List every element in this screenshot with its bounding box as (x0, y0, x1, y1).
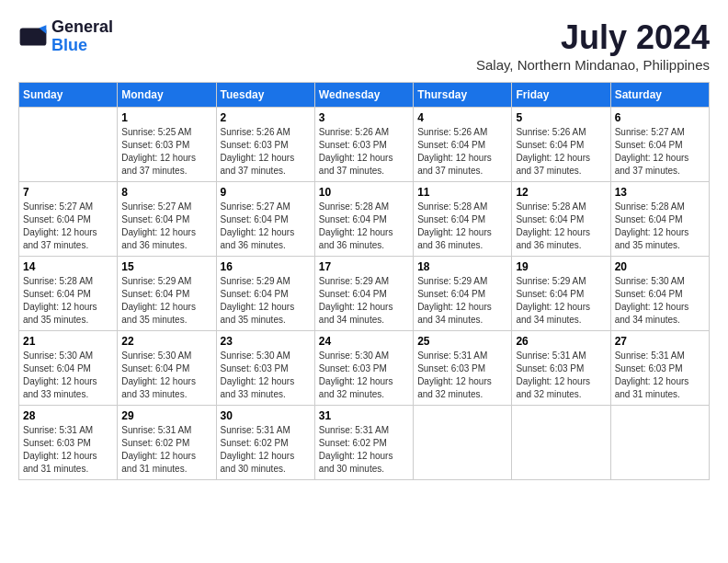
day-info: Sunrise: 5:31 AM Sunset: 6:03 PM Dayligh… (516, 350, 606, 401)
calendar-cell (512, 406, 610, 480)
header-monday: Monday (118, 83, 216, 108)
day-info: Sunrise: 5:25 AM Sunset: 6:03 PM Dayligh… (121, 126, 211, 178)
calendar-cell: 29Sunrise: 5:31 AM Sunset: 6:02 PM Dayli… (118, 406, 216, 480)
day-info: Sunrise: 5:30 AM Sunset: 6:04 PM Dayligh… (615, 275, 705, 327)
day-info: Sunrise: 5:31 AM Sunset: 6:03 PM Dayligh… (23, 424, 113, 476)
calendar-cell: 30Sunrise: 5:31 AM Sunset: 6:02 PM Dayli… (216, 406, 314, 480)
day-info: Sunrise: 5:26 AM Sunset: 6:04 PM Dayligh… (417, 126, 507, 178)
calendar-cell (610, 406, 709, 480)
day-number: 18 (417, 260, 507, 273)
page-header: General Blue July 2024 Salay, Northern M… (18, 18, 710, 73)
logo-text: General Blue (51, 18, 113, 55)
day-number: 17 (319, 260, 409, 273)
day-number: 21 (23, 335, 113, 348)
header-saturday: Saturday (610, 83, 709, 108)
calendar-cell: 22Sunrise: 5:30 AM Sunset: 6:04 PM Dayli… (118, 331, 216, 406)
calendar-cell: 13Sunrise: 5:28 AM Sunset: 6:04 PM Dayli… (610, 182, 709, 257)
logo-line2: Blue (51, 37, 113, 55)
logo-line1: General (51, 18, 113, 37)
day-info: Sunrise: 5:27 AM Sunset: 6:04 PM Dayligh… (221, 201, 311, 252)
day-info: Sunrise: 5:31 AM Sunset: 6:02 PM Dayligh… (319, 424, 409, 476)
day-number: 25 (417, 335, 507, 348)
day-number: 1 (121, 111, 211, 124)
week-row-1: 1Sunrise: 5:25 AM Sunset: 6:03 PM Daylig… (19, 108, 710, 182)
day-number: 22 (121, 335, 211, 348)
calendar-header-row: SundayMondayTuesdayWednesdayThursdayFrid… (19, 83, 710, 108)
day-info: Sunrise: 5:30 AM Sunset: 6:04 PM Dayligh… (121, 350, 211, 401)
header-tuesday: Tuesday (216, 83, 314, 108)
calendar-cell: 3Sunrise: 5:26 AM Sunset: 6:03 PM Daylig… (314, 108, 413, 182)
calendar-subtitle: Salay, Northern Mindanao, Philippines (476, 57, 710, 73)
calendar-cell (414, 406, 512, 480)
calendar-cell: 4Sunrise: 5:26 AM Sunset: 6:04 PM Daylig… (414, 108, 512, 182)
calendar-cell (19, 108, 118, 182)
calendar-cell: 20Sunrise: 5:30 AM Sunset: 6:04 PM Dayli… (610, 257, 709, 331)
calendar-cell: 7Sunrise: 5:27 AM Sunset: 6:04 PM Daylig… (19, 182, 118, 257)
week-row-2: 7Sunrise: 5:27 AM Sunset: 6:04 PM Daylig… (19, 182, 710, 257)
calendar-cell: 8Sunrise: 5:27 AM Sunset: 6:04 PM Daylig… (118, 182, 216, 257)
day-number: 15 (121, 260, 211, 273)
day-number: 11 (417, 186, 507, 199)
day-info: Sunrise: 5:28 AM Sunset: 6:04 PM Dayligh… (319, 201, 409, 252)
week-row-4: 21Sunrise: 5:30 AM Sunset: 6:04 PM Dayli… (19, 331, 710, 406)
day-info: Sunrise: 5:26 AM Sunset: 6:03 PM Dayligh… (319, 126, 409, 178)
day-info: Sunrise: 5:31 AM Sunset: 6:02 PM Dayligh… (121, 424, 211, 476)
day-number: 2 (221, 111, 311, 124)
day-info: Sunrise: 5:29 AM Sunset: 6:04 PM Dayligh… (516, 275, 606, 327)
calendar-title: July 2024 (476, 18, 710, 57)
calendar-cell: 5Sunrise: 5:26 AM Sunset: 6:04 PM Daylig… (512, 108, 610, 182)
day-number: 3 (319, 111, 409, 124)
calendar-cell: 1Sunrise: 5:25 AM Sunset: 6:03 PM Daylig… (118, 108, 216, 182)
day-number: 26 (516, 335, 606, 348)
day-number: 29 (121, 409, 211, 422)
day-info: Sunrise: 5:31 AM Sunset: 6:03 PM Dayligh… (417, 350, 507, 401)
calendar-cell: 10Sunrise: 5:28 AM Sunset: 6:04 PM Dayli… (314, 182, 413, 257)
calendar-cell: 14Sunrise: 5:28 AM Sunset: 6:04 PM Dayli… (19, 257, 118, 331)
calendar-cell: 15Sunrise: 5:29 AM Sunset: 6:04 PM Dayli… (118, 257, 216, 331)
calendar-cell: 18Sunrise: 5:29 AM Sunset: 6:04 PM Dayli… (414, 257, 512, 331)
day-number: 20 (615, 260, 705, 273)
day-info: Sunrise: 5:29 AM Sunset: 6:04 PM Dayligh… (417, 275, 507, 327)
day-info: Sunrise: 5:27 AM Sunset: 6:04 PM Dayligh… (23, 201, 113, 252)
day-info: Sunrise: 5:28 AM Sunset: 6:04 PM Dayligh… (23, 275, 113, 327)
day-number: 4 (417, 111, 507, 124)
calendar-cell: 6Sunrise: 5:27 AM Sunset: 6:04 PM Daylig… (610, 108, 709, 182)
calendar-cell: 24Sunrise: 5:30 AM Sunset: 6:03 PM Dayli… (314, 331, 413, 406)
day-number: 10 (319, 186, 409, 199)
calendar-cell: 21Sunrise: 5:30 AM Sunset: 6:04 PM Dayli… (19, 331, 118, 406)
calendar-cell: 17Sunrise: 5:29 AM Sunset: 6:04 PM Dayli… (314, 257, 413, 331)
day-number: 5 (516, 111, 606, 124)
calendar-cell: 2Sunrise: 5:26 AM Sunset: 6:03 PM Daylig… (216, 108, 314, 182)
day-number: 23 (221, 335, 311, 348)
calendar-cell: 31Sunrise: 5:31 AM Sunset: 6:02 PM Dayli… (314, 406, 413, 480)
day-info: Sunrise: 5:30 AM Sunset: 6:03 PM Dayligh… (221, 350, 311, 401)
calendar-cell: 12Sunrise: 5:28 AM Sunset: 6:04 PM Dayli… (512, 182, 610, 257)
day-number: 24 (319, 335, 409, 348)
day-number: 30 (221, 409, 311, 422)
day-info: Sunrise: 5:27 AM Sunset: 6:04 PM Dayligh… (615, 126, 705, 178)
day-info: Sunrise: 5:31 AM Sunset: 6:03 PM Dayligh… (615, 350, 705, 401)
day-number: 27 (615, 335, 705, 348)
day-number: 28 (23, 409, 113, 422)
title-block: July 2024 Salay, Northern Mindanao, Phil… (476, 18, 710, 73)
day-info: Sunrise: 5:28 AM Sunset: 6:04 PM Dayligh… (516, 201, 606, 252)
day-info: Sunrise: 5:31 AM Sunset: 6:02 PM Dayligh… (221, 424, 311, 476)
day-info: Sunrise: 5:29 AM Sunset: 6:04 PM Dayligh… (319, 275, 409, 327)
day-number: 16 (221, 260, 311, 273)
week-row-5: 28Sunrise: 5:31 AM Sunset: 6:03 PM Dayli… (19, 406, 710, 480)
day-info: Sunrise: 5:29 AM Sunset: 6:04 PM Dayligh… (121, 275, 211, 327)
day-number: 8 (121, 186, 211, 199)
day-info: Sunrise: 5:29 AM Sunset: 6:04 PM Dayligh… (221, 275, 311, 327)
calendar-cell: 11Sunrise: 5:28 AM Sunset: 6:04 PM Dayli… (414, 182, 512, 257)
day-info: Sunrise: 5:26 AM Sunset: 6:03 PM Dayligh… (221, 126, 311, 178)
calendar-cell: 26Sunrise: 5:31 AM Sunset: 6:03 PM Dayli… (512, 331, 610, 406)
day-number: 12 (516, 186, 606, 199)
day-info: Sunrise: 5:26 AM Sunset: 6:04 PM Dayligh… (516, 126, 606, 178)
week-row-3: 14Sunrise: 5:28 AM Sunset: 6:04 PM Dayli… (19, 257, 710, 331)
calendar-cell: 27Sunrise: 5:31 AM Sunset: 6:03 PM Dayli… (610, 331, 709, 406)
calendar-table: SundayMondayTuesdayWednesdayThursdayFrid… (18, 82, 710, 480)
day-number: 14 (23, 260, 113, 273)
calendar-cell: 23Sunrise: 5:30 AM Sunset: 6:03 PM Dayli… (216, 331, 314, 406)
logo-icon (18, 22, 48, 52)
day-info: Sunrise: 5:30 AM Sunset: 6:03 PM Dayligh… (319, 350, 409, 401)
